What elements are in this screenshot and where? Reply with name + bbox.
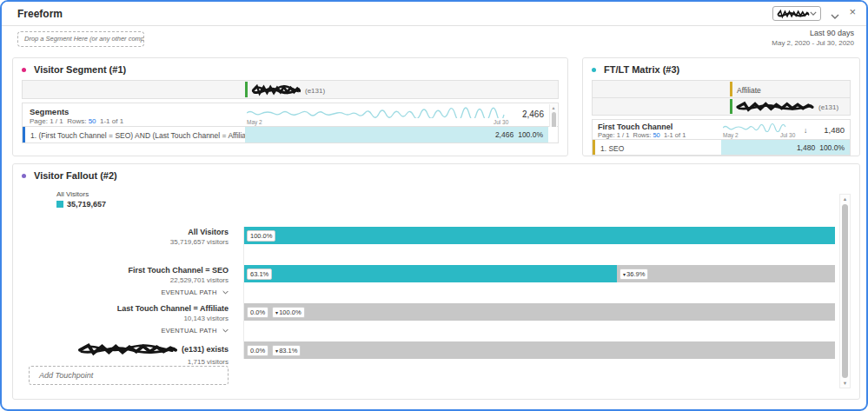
visitor-segment-title: Visitor Segment (#1) xyxy=(34,64,126,75)
fallout-triangle-icon: ▾ xyxy=(623,271,626,277)
rows-per-page-link[interactable]: 50 xyxy=(653,131,659,139)
segment-row-percent: 100.0% xyxy=(518,130,543,139)
ftlt-row-value-cell[interactable]: 1,480 100.0% xyxy=(721,140,850,155)
legend-swatch-icon xyxy=(56,201,63,208)
ftlt-table: First Touch Channel Page: 1 / 1 Rows: 50… xyxy=(592,119,851,156)
page-title: Freeform xyxy=(17,8,63,20)
fallout-step-name: (e131) exists xyxy=(13,342,229,356)
eventual-path-toggle[interactable]: EVENTUAL PATH xyxy=(13,288,235,296)
teal-dot-icon xyxy=(592,68,596,72)
page-value: 1 / 1 xyxy=(50,117,63,125)
visualization-dropdown[interactable] xyxy=(772,6,821,21)
scroll-up-icon[interactable]: ▲ xyxy=(550,105,557,110)
spark-start-label: May 2 xyxy=(723,132,739,138)
fallout-step-visitors: 22,529,701 visitors xyxy=(13,276,229,284)
panel-titlebar: Freeform × xyxy=(2,2,866,26)
scroll-up-icon[interactable]: ▲ xyxy=(840,196,850,202)
redacted-scribble xyxy=(777,9,810,19)
metric-evar-suffix: (e131) xyxy=(818,103,838,111)
scroll-down-icon[interactable]: ▼ xyxy=(840,381,850,386)
ftlt-metric-header[interactable]: (e131) xyxy=(592,98,851,116)
fallout-segment[interactable]: ▾36.9% xyxy=(617,265,835,282)
close-panel-icon[interactable]: × xyxy=(849,5,856,18)
fallout-bar[interactable]: 63.1% ▾36.9% xyxy=(244,265,835,282)
spark-end-label: Jul 30 xyxy=(780,132,795,138)
fallout-bar[interactable]: 0.0% ▾83.1% xyxy=(244,341,835,359)
row-range: 1-1 of 1 xyxy=(100,117,123,125)
visitor-fallout-card: Visitor Fallout (#2) All Visitors 35,719… xyxy=(12,163,860,400)
eventual-path-label: EVENTUAL PATH xyxy=(161,288,216,296)
visitor-segment-title-row: Visitor Segment (#1) xyxy=(22,64,126,75)
purple-dot-icon xyxy=(22,174,26,178)
fallout-title-row: Visitor Fallout (#2) xyxy=(22,170,117,181)
segment-row-value-cell[interactable]: 2,466 100.0% xyxy=(245,127,548,143)
eventual-path-toggle[interactable]: EVENTUAL PATH xyxy=(13,327,235,335)
chevron-down-icon xyxy=(222,290,229,295)
ftlt-row-name: 1. SEO xyxy=(600,144,624,153)
fallout-segment[interactable]: 0.0% ▾100.0% xyxy=(244,303,835,321)
metric-column-header[interactable]: (e131) xyxy=(22,80,559,99)
ftlt-row[interactable]: 1. SEO 1,480 100.0% xyxy=(592,140,851,156)
retained-pct-chip: 63.1% xyxy=(247,268,272,280)
retained-pct-chip: 0.0% xyxy=(247,307,268,318)
ftlt-title: FT/LT Matrix (#3) xyxy=(604,64,679,75)
scrollbar-thumb[interactable] xyxy=(842,204,848,378)
rows-label: Rows: xyxy=(633,131,651,139)
ftlt-dimension-header[interactable]: Affiliate xyxy=(592,80,851,98)
redacted-dimension-scribble xyxy=(76,342,179,356)
fallout-pct-chip: ▾36.9% xyxy=(620,268,648,280)
rows-label: Rows: xyxy=(67,117,86,125)
visitor-segment-card: Visitor Segment (#1) (e131) Segments Pag… xyxy=(12,57,568,156)
ftlt-row-value: 1,480 xyxy=(797,143,815,152)
page-label: Page: xyxy=(30,117,48,125)
collapse-panel-icon[interactable] xyxy=(831,7,839,23)
fallout-scrollbar[interactable]: ▲ ▼ xyxy=(839,194,851,388)
fallout-triangle-icon: ▾ xyxy=(275,309,278,315)
yellow-marker-bar xyxy=(730,82,732,96)
ftlt-row-accent xyxy=(593,140,595,155)
green-marker-bar xyxy=(730,99,732,114)
segments-pagination: Page: 1 / 1 Rows: 50 1-1 of 1 xyxy=(30,117,123,125)
fallout-pct-chip: ▾83.1% xyxy=(272,345,301,356)
fallout-step-visitors: 10,143 visitors xyxy=(13,315,229,322)
retained-segment[interactable]: 63.1% xyxy=(244,265,617,282)
sort-down-icon[interactable]: ↓ xyxy=(804,126,807,135)
metric-evar-suffix: (e131) xyxy=(305,87,325,95)
page-label: Page: xyxy=(598,131,615,139)
ftlt-matrix-card: FT/LT Matrix (#3) Affiliate (e131) First… xyxy=(582,57,860,156)
ftlt-pagination: Page: 1 / 1 Rows: 50 1-1 of 1 xyxy=(598,131,686,139)
fallout-step-name: First Touch Channel = SEO xyxy=(13,266,229,275)
add-touchpoint-drop-zone[interactable]: Add Touchpoint xyxy=(29,366,229,385)
fallout-bar[interactable]: 0.0% ▾100.0% xyxy=(244,303,835,321)
fallout-title: Visitor Fallout (#2) xyxy=(34,170,117,181)
fallout-legend-value-row: 35,719,657 xyxy=(56,200,106,209)
fallout-bar[interactable]: 100.0% xyxy=(244,227,835,244)
ftlt-header-label: First Touch Channel xyxy=(598,123,673,131)
redacted-metric-scribble xyxy=(251,83,301,96)
fallout-triangle-icon: ▾ xyxy=(275,348,278,354)
pink-dot-icon xyxy=(22,68,26,72)
chevron-down-icon xyxy=(222,328,229,333)
date-range-label: Last 90 days xyxy=(772,29,854,37)
fallout-step-name: Last Touch Channel = Affiliate xyxy=(13,304,229,313)
retained-pct-chip: 0.0% xyxy=(247,345,268,356)
fallout-step-visitors: 35,719,657 visitors xyxy=(13,238,229,246)
chevron-down-icon xyxy=(810,11,817,16)
spark-end-label: Jul 30 xyxy=(494,119,508,125)
page-value: 1 / 1 xyxy=(617,131,630,139)
segment-row[interactable]: 1. (First Touch Channel = SEO) AND (Last… xyxy=(22,127,559,143)
ftlt-column-header-label: Affiliate xyxy=(737,86,761,95)
date-range[interactable]: Last 90 days May 2, 2020 - Jul 30, 2020 xyxy=(772,29,854,47)
fallout-segment[interactable]: 0.0% ▾83.1% xyxy=(244,341,835,359)
retained-segment[interactable]: 100.0% xyxy=(244,227,835,244)
fallout-axis-line xyxy=(243,227,244,359)
ftlt-row-percent: 100.0% xyxy=(819,143,845,152)
ftlt-sparkline xyxy=(723,123,792,132)
rows-per-page-link[interactable]: 50 xyxy=(89,117,96,125)
ftlt-table-header: First Touch Channel Page: 1 / 1 Rows: 50… xyxy=(592,119,851,140)
fallout-legend-value: 35,719,657 xyxy=(67,200,106,209)
ftlt-total: 1,480 xyxy=(824,125,845,135)
segment-row-accent xyxy=(23,127,25,143)
segment-drop-zone[interactable]: Drop a Segment Here (or any other compon… xyxy=(17,31,144,47)
eventual-path-label: EVENTUAL PATH xyxy=(161,327,216,335)
